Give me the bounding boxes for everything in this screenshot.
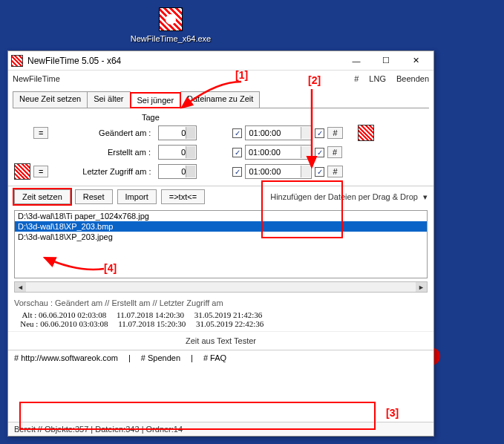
maximize-button[interactable]: ☐ — [371, 52, 401, 70]
check-modified-right[interactable]: ✓ — [315, 128, 324, 138]
label-modified: Geändert am : — [51, 128, 155, 137]
minimize-button[interactable]: — — [341, 52, 371, 70]
text-tester-link[interactable]: Zeit aus Text Tester — [8, 331, 433, 350]
days-accessed[interactable]: 0 — [158, 164, 197, 179]
hint-caret-icon[interactable]: ▾ — [423, 192, 428, 201]
days-created[interactable]: 0 — [158, 145, 197, 160]
tool-icon-2[interactable] — [14, 163, 30, 180]
app-window: NewFileTime 5.05 - x64 — ☐ ✕ NewFileTime… — [7, 50, 434, 437]
tab-be-older[interactable]: Sei älter — [87, 91, 130, 108]
label-accessed: Letzter Zugriff am : — [51, 167, 155, 176]
desktop-shortcut-label: NewFileTime_x64.exe — [130, 34, 212, 43]
tab-set-new-time[interactable]: Neue Zeit setzen — [13, 91, 88, 108]
list-item[interactable]: D:\3d-wal\18\XP_203.jpeg — [15, 232, 427, 242]
time-created[interactable]: 01:00:00 — [245, 145, 312, 160]
set-time-button[interactable]: Zeit setzen — [14, 189, 71, 204]
preview-pane: Vorschau : Geändert am // Erstellt am //… — [8, 296, 433, 331]
check-modified-left[interactable]: ✓ — [232, 128, 242, 138]
footer-links: # http://www.softwareok.com | # Spenden … — [8, 350, 433, 365]
import-button[interactable]: Import — [117, 189, 157, 204]
tool-icon-1[interactable] — [358, 125, 374, 141]
list-item[interactable]: D:\3d-wal\18\XP_203.bmp — [15, 221, 427, 232]
horizontal-scrollbar[interactable]: ◄ ► — [14, 281, 428, 293]
menu-hash[interactable]: # — [354, 74, 359, 83]
hash-btn-2[interactable]: # — [327, 146, 342, 158]
check-accessed-right[interactable]: ✓ — [315, 167, 324, 177]
preview-new-line: Neu : 06.06.2010 03:03:08 11.07.2018 15:… — [14, 319, 428, 328]
check-accessed-left[interactable]: ✓ — [232, 167, 242, 177]
row-created: Erstellt am : 0 ✓ 01:00:00 ✓ # — [14, 143, 428, 162]
footer-link-faq[interactable]: # FAQ — [203, 353, 226, 362]
drag-drop-hint: Hinzufügen der Dateien per Drag & Drop ▾ — [270, 192, 428, 202]
days-header: Tage — [142, 113, 428, 122]
time-adjust-panel: Tage = Geändert am : 0 ✓ 01:00:00 ✓ # Er… — [8, 108, 433, 186]
check-created-right[interactable]: ✓ — [315, 148, 324, 157]
action-toolbar: Zeit setzen Reset Import =>txt<= Hinzufü… — [8, 186, 433, 207]
footer-link-donate[interactable]: # Spenden — [141, 353, 180, 362]
menu-app[interactable]: NewFileTime — [13, 74, 60, 83]
titlebar-icon — [11, 55, 23, 67]
txt-button[interactable]: =>txt<= — [161, 189, 205, 204]
row-modified: = Geändert am : 0 ✓ 01:00:00 ✓ # — [14, 123, 428, 143]
window-title: NewFileTime 5.05 - x64 — [27, 56, 341, 66]
hash-btn-3[interactable]: # — [327, 166, 342, 177]
hash-btn-1[interactable]: # — [327, 127, 342, 139]
days-modified[interactable]: 0 — [158, 125, 197, 140]
preview-old-line: Alt : 06.06.2010 02:03:08 11.07.2018 14:… — [14, 310, 428, 319]
menu-quit[interactable]: Beenden — [396, 74, 429, 83]
preview-header: Vorschau : Geändert am // Erstellt am //… — [14, 298, 428, 307]
desktop-shortcut[interactable]: NewFileTime_x64.exe — [130, 7, 212, 43]
eq-button-1[interactable]: = — [33, 127, 48, 139]
hint-text: Hinzufügen der Dateien per Drag & Drop — [270, 192, 418, 201]
tab-filename-to-time[interactable]: Dateiname zu Zeit — [180, 91, 260, 108]
titlebar[interactable]: NewFileTime 5.05 - x64 — ☐ ✕ — [8, 51, 433, 71]
scroll-right-icon[interactable]: ► — [416, 282, 427, 292]
menu-lng[interactable]: LNG — [369, 74, 386, 83]
scroll-left-icon[interactable]: ◄ — [15, 282, 26, 292]
row-accessed: = Letzter Zugriff am : 0 ✓ 01:00:00 ✓ # — [14, 162, 428, 181]
reset-button[interactable]: Reset — [75, 189, 113, 204]
tab-strip: Neue Zeit setzen Sei älter Sei jünger Da… — [13, 91, 429, 108]
time-accessed[interactable]: 01:00:00 — [245, 164, 312, 179]
time-modified[interactable]: 01:00:00 — [245, 125, 312, 140]
file-list[interactable]: D:\3d-wal\18\Ti paper_1024x768.jpg D:\3d… — [14, 210, 428, 278]
close-button[interactable]: ✕ — [401, 52, 431, 70]
footer-link-site[interactable]: # http://www.softwareok.com — [14, 353, 118, 362]
label-created: Erstellt am : — [51, 148, 155, 157]
app-icon — [159, 7, 183, 31]
check-created-left[interactable]: ✓ — [232, 148, 242, 157]
tab-be-younger[interactable]: Sei jünger — [130, 92, 182, 108]
list-item[interactable]: D:\3d-wal\18\Ti paper_1024x768.jpg — [15, 211, 427, 221]
eq-button-2[interactable]: = — [33, 166, 48, 177]
status-bar: Bereit // Objekte:357 | Dateien:343 | Or… — [8, 422, 433, 436]
menubar: NewFileTime # LNG Beenden — [8, 71, 433, 87]
